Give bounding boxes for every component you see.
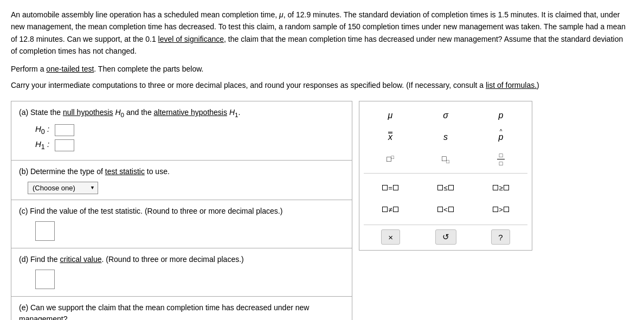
- undo-button[interactable]: ↺: [435, 229, 456, 245]
- symbol-lt[interactable]: <: [419, 201, 472, 218]
- symbol-superscript[interactable]: □□: [364, 150, 417, 168]
- symbol-geq[interactable]: ≥: [474, 179, 527, 196]
- intro-paragraph: An automobile assembly line operation ha…: [11, 9, 629, 57]
- symbol-divider-1: [364, 173, 527, 174]
- null-hypothesis-link[interactable]: null hypothesis: [63, 108, 113, 117]
- carry-text: Carry your intermediate computations to …: [11, 79, 633, 91]
- critical-value-input[interactable]: [35, 270, 55, 289]
- dropdown-wrapper: (Choose one) z t Chi-square F: [28, 182, 98, 194]
- null-hyp-label: H0 :: [35, 124, 51, 136]
- symbol-phat[interactable]: p^: [474, 129, 527, 146]
- part-b-label: (b) Determine the type of test statistic…: [19, 166, 344, 177]
- null-hypothesis-input[interactable]: [55, 124, 74, 136]
- critical-value-link[interactable]: critical value: [60, 255, 101, 264]
- symbol-sigma[interactable]: σ: [419, 107, 472, 124]
- part-d-label: (d) Find the critical value. (Round to t…: [19, 254, 344, 265]
- symbol-p[interactable]: p: [474, 107, 527, 124]
- symbol-xbar[interactable]: x: [364, 129, 417, 146]
- level-of-significance-link[interactable]: level of significance: [158, 35, 224, 43]
- part-b: (b) Determine the type of test statistic…: [11, 161, 352, 200]
- alt-hypothesis-row: H1 :: [35, 139, 344, 151]
- action-row: × ↺ ?: [364, 225, 527, 245]
- symbol-subscript[interactable]: □□: [419, 150, 472, 168]
- part-a-label: (a) State the null hypothesis H0 and the…: [19, 107, 344, 119]
- alt-hypothesis-link[interactable]: alternative hypothesis: [154, 108, 227, 117]
- symbol-neq[interactable]: ≠: [364, 201, 417, 218]
- help-button[interactable]: ?: [491, 229, 510, 245]
- part-e: (e) Can we support the claim that the me…: [11, 297, 352, 320]
- clear-button[interactable]: ×: [381, 229, 400, 245]
- perform-text: Perform a one-tailed test. Then complete…: [11, 63, 633, 75]
- part-c-label: (c) Find the value of the test statistic…: [19, 206, 344, 217]
- question-box: (a) State the null hypothesis H0 and the…: [11, 101, 352, 320]
- test-statistic-input[interactable]: [35, 221, 55, 241]
- symbol-panel: μ σ p x s p^ □□ □□ □ □ =: [359, 101, 532, 251]
- null-hypothesis-row: H0 :: [35, 124, 344, 136]
- alt-hyp-label: H1 :: [35, 139, 51, 151]
- symbol-equals[interactable]: =: [364, 179, 417, 196]
- part-a: (a) State the null hypothesis H0 and the…: [11, 101, 352, 160]
- part-c: (c) Find the value of the test statistic…: [11, 200, 352, 248]
- symbol-fraction[interactable]: □ □: [474, 150, 527, 168]
- choose-dropdown-wrapper: (Choose one) z t Chi-square F: [28, 182, 344, 194]
- main-layout: (a) State the null hypothesis H0 and the…: [11, 101, 633, 320]
- alt-hypothesis-input[interactable]: [55, 139, 74, 151]
- list-of-formulas-link[interactable]: list of formulas.: [486, 81, 537, 89]
- symbol-s[interactable]: s: [419, 129, 472, 146]
- symbol-mu[interactable]: μ: [364, 107, 417, 124]
- test-statistic-dropdown[interactable]: (Choose one) z t Chi-square F: [28, 182, 98, 194]
- test-statistic-link[interactable]: test statistic: [105, 167, 145, 176]
- part-d: (d) Find the critical value. (Round to t…: [11, 248, 352, 297]
- symbol-gt[interactable]: >: [474, 201, 527, 218]
- part-e-label: (e) Can we support the claim that the me…: [19, 302, 344, 320]
- symbol-leq[interactable]: ≤: [419, 179, 472, 196]
- one-tailed-test-link[interactable]: one-tailed test: [46, 65, 94, 73]
